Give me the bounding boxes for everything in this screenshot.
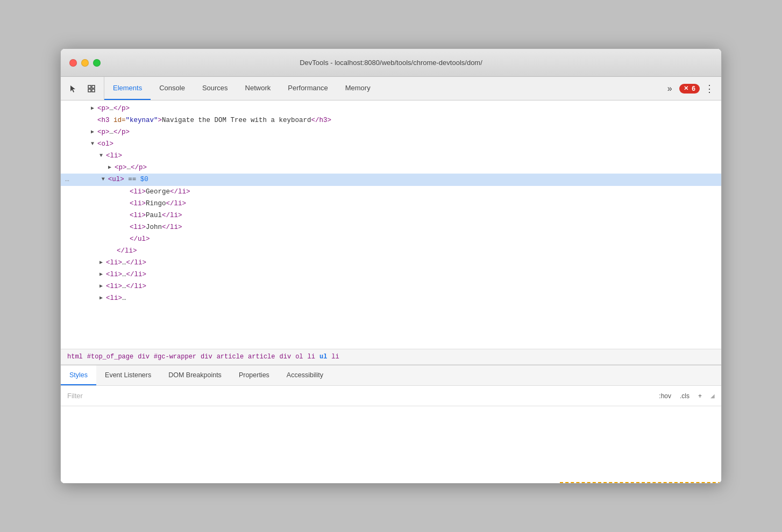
filter-input[interactable] (67, 392, 652, 400)
error-badge[interactable]: ✕ 6 (679, 84, 700, 94)
breadcrumb-top_of_page[interactable]: #top_of_page (87, 353, 133, 361)
tab-memory[interactable]: Memory (337, 77, 379, 100)
tab-elements[interactable]: Elements (104, 77, 151, 100)
maximize-button[interactable] (93, 59, 101, 67)
bottom-tab-bar: Styles Event Listeners DOM Breakpoints P… (61, 365, 721, 386)
breadcrumb-html[interactable]: html (67, 353, 83, 361)
tab-event-listeners[interactable]: Event Listeners (96, 365, 160, 385)
dom-line[interactable]: <li>John</li> (61, 221, 721, 233)
tab-sources[interactable]: Sources (194, 77, 237, 100)
filter-bar: :hov .cls + ◢ (61, 386, 721, 406)
hov-button[interactable]: :hov (657, 391, 673, 401)
dom-line[interactable]: <ol> (61, 138, 721, 150)
tab-properties[interactable]: Properties (230, 365, 278, 385)
dom-line[interactable]: <li>…</li> (61, 269, 721, 281)
error-count: 6 (692, 85, 695, 92)
dashed-border-hint (560, 481, 721, 483)
breadcrumb-bar: html #top_of_page div #gc-wrapper div ar… (61, 349, 721, 365)
triangle-icon[interactable] (99, 258, 106, 267)
toolbar: Elements Console Sources Network Perform… (61, 77, 721, 100)
breadcrumb-gc-wrapper[interactable]: #gc-wrapper (154, 353, 196, 361)
svg-rect-1 (88, 89, 91, 92)
dom-line[interactable]: </ul> (61, 233, 721, 245)
breadcrumb-ul[interactable]: ul (319, 353, 327, 361)
dom-panel[interactable]: <p>…</p> <h3 id="keynav">Navigate the DO… (61, 100, 721, 349)
bottom-panel: Styles Event Listeners DOM Breakpoints P… (61, 365, 721, 483)
devtools-window: DevTools - localhost:8080/web/tools/chro… (60, 48, 722, 484)
dom-line[interactable]: <li>… (61, 292, 721, 304)
triangle-icon[interactable] (108, 163, 115, 172)
dom-line[interactable]: <li>…</li> (61, 257, 721, 269)
tab-network[interactable]: Network (237, 77, 280, 100)
resize-corner: ◢ (710, 393, 715, 399)
inspect-icon[interactable] (83, 81, 99, 97)
triangle-icon[interactable] (99, 294, 106, 303)
dom-line-selected[interactable]: … <ul> == $0 (61, 174, 721, 186)
tab-performance[interactable]: Performance (279, 77, 336, 100)
minimize-button[interactable] (81, 59, 89, 67)
tab-bar: Elements Console Sources Network Perform… (104, 77, 658, 100)
dom-line[interactable]: </li> (61, 245, 721, 257)
dom-line[interactable]: <li>Ringo</li> (61, 198, 721, 210)
svg-rect-3 (92, 89, 95, 92)
dom-line[interactable]: <li>George</li> (61, 186, 721, 198)
kebab-menu-button[interactable]: ⋮ (702, 81, 717, 96)
breadcrumb-div2[interactable]: div (201, 353, 212, 361)
triangle-icon[interactable] (91, 128, 97, 136)
cls-button[interactable]: .cls (678, 391, 692, 401)
toolbar-right: » ✕ 6 ⋮ (658, 77, 721, 100)
toolbar-icon-group (61, 77, 104, 100)
svg-rect-0 (88, 85, 91, 88)
triangle-icon[interactable] (99, 152, 106, 160)
svg-rect-2 (92, 85, 95, 88)
add-rule-button[interactable]: + (696, 391, 704, 401)
triangle-icon[interactable] (91, 104, 97, 113)
breadcrumb-article2[interactable]: article (248, 353, 275, 361)
breadcrumb-li2[interactable]: li (331, 353, 339, 361)
filter-actions: :hov .cls + ◢ (657, 391, 715, 401)
bottom-content (61, 406, 721, 483)
breadcrumb-ol[interactable]: ol (295, 353, 303, 361)
triangle-icon[interactable] (102, 175, 108, 184)
triangle-icon[interactable] (99, 282, 106, 291)
error-icon: ✕ (684, 85, 688, 92)
close-button[interactable] (69, 59, 77, 67)
window-title: DevTools - localhost:8080/web/tools/chro… (300, 59, 482, 67)
breadcrumb-div3[interactable]: div (280, 353, 292, 361)
dom-line[interactable]: <li>Paul</li> (61, 210, 721, 221)
dom-line[interactable]: <li>…</li> (61, 281, 721, 292)
dots: … (65, 174, 69, 185)
dom-line[interactable]: <p>…</p> (61, 103, 721, 114)
tab-styles[interactable]: Styles (61, 365, 96, 385)
dom-line[interactable]: <p>…</p> (61, 126, 721, 138)
breadcrumb-article1[interactable]: article (217, 353, 244, 361)
tab-dom-breakpoints[interactable]: DOM Breakpoints (160, 365, 230, 385)
dom-line[interactable]: <p>…</p> (61, 162, 721, 174)
more-tabs-button[interactable]: » (662, 81, 677, 96)
cursor-icon[interactable] (65, 81, 81, 97)
tab-console[interactable]: Console (151, 77, 194, 100)
title-bar: DevTools - localhost:8080/web/tools/chro… (61, 49, 721, 77)
breadcrumb-li1[interactable]: li (308, 353, 315, 361)
triangle-icon[interactable] (99, 270, 106, 279)
dom-line[interactable]: <li> (61, 150, 721, 162)
breadcrumb-div1[interactable]: div (138, 353, 150, 361)
traffic-lights (69, 59, 101, 67)
triangle-icon[interactable] (91, 140, 97, 148)
tab-accessibility[interactable]: Accessibility (278, 365, 332, 385)
dom-line[interactable]: <h3 id="keynav">Navigate the DOM Tree wi… (61, 114, 721, 126)
